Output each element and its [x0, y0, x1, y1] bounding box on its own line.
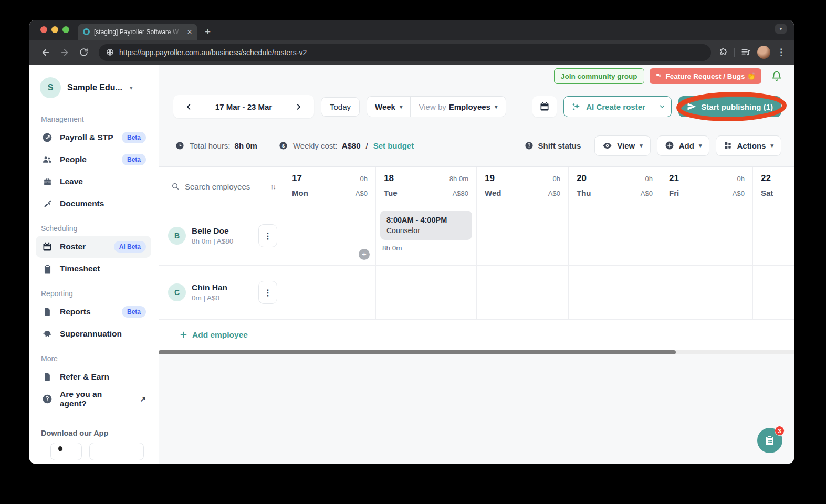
sidebar-item-reports[interactable]: Reports Beta: [36, 301, 151, 323]
feature-request-button[interactable]: Feature Request / Bugs 👏: [650, 68, 761, 84]
sidebar-item-label: Timesheet: [60, 264, 100, 274]
day-header-thu[interactable]: 20Thu 0hA$0: [569, 167, 661, 206]
shift-cell-thu[interactable]: [569, 206, 661, 266]
minimize-window-button[interactable]: [51, 26, 58, 33]
google-play-button[interactable]: [89, 443, 144, 460]
tab-close-icon[interactable]: ✕: [187, 28, 192, 36]
close-window-button[interactable]: [40, 26, 47, 33]
main-content: Join community group Feature Request / B…: [159, 65, 794, 464]
search-icon: [171, 182, 180, 191]
sidebar-item-leave[interactable]: Leave: [36, 171, 151, 193]
add-shift-icon[interactable]: +: [359, 249, 370, 260]
sidebar-item-timesheet[interactable]: Timesheet: [36, 258, 151, 280]
join-community-button[interactable]: Join community group: [554, 68, 644, 84]
shift-card[interactable]: 8:00AM - 4:00PM Counselor: [380, 211, 472, 240]
shift-time: 8:00AM - 4:00PM: [386, 216, 466, 224]
sidebar-item-superannuation[interactable]: Superannuation: [36, 323, 151, 345]
day-header-fri[interactable]: 21Fri 0hA$0: [661, 167, 753, 206]
briefcase-icon: [42, 176, 53, 187]
calendar-settings-button[interactable]: [532, 96, 557, 117]
day-header-mon[interactable]: 17Mon 0hA$0: [284, 167, 376, 206]
business-selector[interactable]: S Sample Edu... ▾: [36, 77, 151, 106]
new-tab-button[interactable]: +: [205, 26, 211, 38]
add-employee-button[interactable]: Add employee: [180, 330, 248, 340]
tab-search-chevron-icon[interactable]: ▾: [775, 24, 787, 34]
reload-icon[interactable]: [76, 45, 91, 60]
week-selector[interactable]: Week▾: [367, 97, 410, 117]
sidebar-item-people[interactable]: People Beta: [36, 149, 151, 171]
view-controls: Week▾ View by Employees ▾: [367, 96, 506, 117]
day-header-wed[interactable]: 19Wed 0hA$0: [477, 167, 569, 206]
sidebar-item-label: Refer & Earn: [60, 372, 109, 382]
ai-beta-badge: AI Beta: [114, 241, 146, 253]
sidebar-item-documents[interactable]: Documents: [36, 193, 151, 215]
svg-text:$: $: [282, 143, 285, 148]
calendar-icon: [42, 242, 53, 252]
search-employees-input[interactable]: Search employees ↑↓: [159, 167, 284, 206]
browser-tab[interactable]: [staging] Payroller Software W ✕: [78, 24, 197, 40]
url-text: https://app.payroller.com.au/business/sc…: [119, 48, 307, 57]
tab-audio-icon[interactable]: [741, 47, 751, 57]
start-publishing-button[interactable]: Start publishing (1): [678, 96, 781, 117]
tasks-floating-button[interactable]: 3: [757, 428, 782, 453]
view-dropdown-button[interactable]: View▾: [594, 135, 650, 156]
sidebar-item-roster[interactable]: Roster AI Beta: [36, 236, 151, 258]
divider: [734, 48, 735, 57]
shift-cell-tue[interactable]: [376, 266, 477, 320]
ai-create-roster-dropdown[interactable]: [653, 97, 671, 117]
sparkles-icon: [571, 102, 581, 112]
chevron-down-icon: ▾: [770, 142, 773, 149]
ai-create-roster-button[interactable]: AI Create roster: [564, 97, 653, 117]
shift-cell-wed[interactable]: [477, 266, 569, 320]
sidebar-item-refer-earn[interactable]: Refer & Earn: [36, 366, 151, 388]
shift-cell-mon[interactable]: [284, 266, 376, 320]
extensions-icon[interactable]: [718, 48, 728, 57]
pen-icon: [42, 198, 53, 209]
shift-cell-tue[interactable]: 8:00AM - 4:00PM Counselor 8h 0m: [376, 206, 477, 266]
back-icon[interactable]: [38, 45, 54, 60]
profile-avatar[interactable]: [757, 46, 770, 59]
actions-dropdown-button[interactable]: Actions▾: [716, 135, 781, 156]
report-chart-icon: [42, 307, 53, 317]
add-dropdown-button[interactable]: Add▾: [657, 135, 710, 156]
send-icon: [687, 102, 696, 111]
sort-icon[interactable]: ↑↓: [270, 183, 275, 191]
employee-belle-doe: B Belle Doe 8h 0m | A$80 ⋮: [159, 206, 284, 266]
forward-icon[interactable]: [57, 45, 72, 60]
shift-cell-fri[interactable]: [661, 266, 753, 320]
section-label-more: More: [41, 354, 151, 363]
shift-cell-sat[interactable]: [753, 266, 794, 320]
view-by-selector[interactable]: View by Employees ▾: [411, 97, 505, 117]
set-budget-link[interactable]: Set budget: [373, 141, 414, 150]
browser-menu-icon[interactable]: ⋮: [777, 47, 786, 58]
prev-week-icon[interactable]: [185, 103, 193, 111]
app-store-button[interactable]: [50, 443, 82, 460]
shift-status-toggle[interactable]: Shift status: [525, 141, 581, 150]
address-bar[interactable]: https://app.payroller.com.au/business/sc…: [99, 44, 711, 61]
tab-favicon-icon: [83, 28, 90, 35]
sidebar-item-are-you-an-agent[interactable]: Are you an agent? ↗: [36, 388, 151, 410]
shift-cell-wed[interactable]: [477, 206, 569, 266]
maximize-window-button[interactable]: [62, 26, 69, 33]
question-circle-icon: [525, 141, 534, 150]
employee-menu-button[interactable]: ⋮: [258, 281, 277, 304]
slash-separator: /: [366, 141, 368, 150]
next-week-icon[interactable]: [295, 103, 302, 111]
shift-cell-sat[interactable]: [753, 206, 794, 266]
employee-menu-button[interactable]: ⋮: [258, 224, 277, 247]
shift-cell-thu[interactable]: [569, 266, 661, 320]
day-header-tue[interactable]: 18Tue 8h 0mA$80: [376, 167, 477, 206]
shift-cell-fri[interactable]: [661, 206, 753, 266]
divider: [268, 139, 268, 152]
scrollbar-thumb[interactable]: [159, 350, 676, 354]
window-controls[interactable]: [40, 26, 69, 33]
sidebar-item-payroll-stp[interactable]: Payroll & STP Beta: [36, 127, 151, 149]
notifications-bell-icon[interactable]: [771, 70, 782, 82]
horizontal-scrollbar[interactable]: [159, 350, 794, 354]
site-info-icon[interactable]: [106, 48, 114, 56]
stats-bar: Total hours: 8h 0m $ Weekly cost: A$80 /…: [159, 134, 794, 157]
chevron-down-icon: ▾: [130, 85, 133, 91]
day-header-sat[interactable]: 22Sat: [753, 167, 794, 206]
shift-cell-mon[interactable]: +: [284, 206, 376, 266]
today-button[interactable]: Today: [321, 97, 360, 117]
